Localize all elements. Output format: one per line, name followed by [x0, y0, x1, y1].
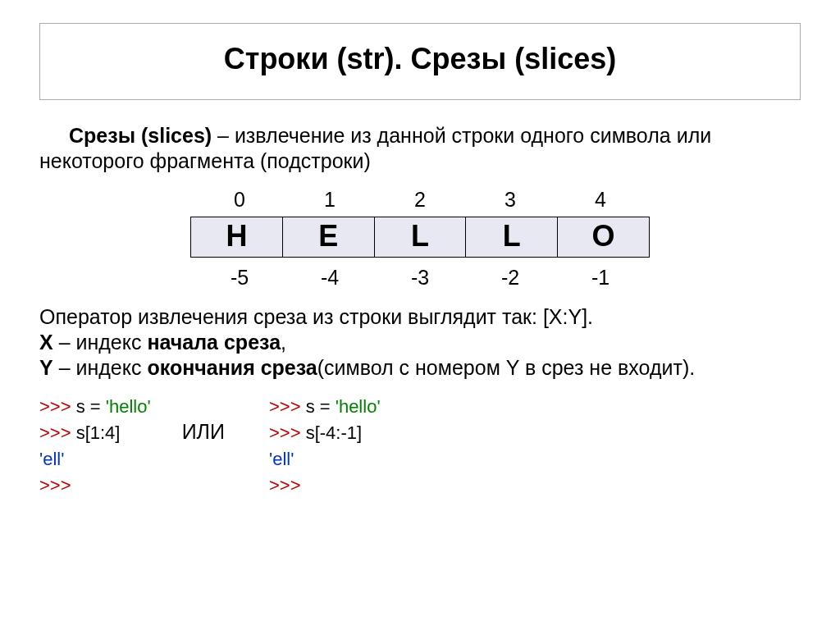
neg-idx: -2 — [469, 266, 551, 290]
explain-l1: Оператор извлечения среза из строки выгл… — [39, 305, 593, 328]
intro-term: Срезы (slices) — [69, 124, 212, 147]
neg-idx: -3 — [379, 266, 461, 290]
char-cell: L — [375, 217, 467, 257]
page-title: Строки (str). Срезы (slices) — [48, 42, 792, 76]
char-cell: O — [558, 217, 649, 257]
prompt: >>> — [39, 422, 76, 443]
positive-index-row: 0 1 2 3 4 — [190, 188, 650, 212]
prompt: >>> — [39, 475, 71, 495]
negative-index-row: -5 -4 -3 -2 -1 — [190, 266, 650, 290]
output: 'ell' — [269, 449, 294, 469]
code-separator: ИЛИ — [151, 420, 269, 444]
prompt: >>> — [269, 422, 306, 443]
intro-paragraph: Срезы (slices) – извлечение из данной ст… — [39, 123, 801, 175]
output: 'ell' — [39, 449, 64, 469]
char-cell: H — [191, 217, 283, 257]
prompt: >>> — [269, 475, 301, 495]
neg-idx: -5 — [199, 266, 281, 290]
prompt: >>> — [269, 396, 306, 417]
explain-y: Y — [39, 356, 53, 379]
pos-idx: 1 — [289, 188, 371, 212]
pos-idx: 0 — [199, 188, 281, 212]
code-left: >>> s = 'hello' >>> s[1:4] 'ell' >>> — [39, 394, 151, 499]
pos-idx: 2 — [379, 188, 461, 212]
char-row: H E L L O — [190, 217, 650, 258]
title-frame: Строки (str). Срезы (slices) — [39, 23, 801, 100]
index-diagram: 0 1 2 3 4 H E L L O -5 -4 -3 -2 -1 — [190, 188, 650, 290]
prompt: >>> — [39, 396, 76, 417]
neg-idx: -1 — [559, 266, 641, 290]
pos-idx: 3 — [469, 188, 551, 212]
char-cell: L — [466, 217, 558, 257]
pos-idx: 4 — [559, 188, 641, 212]
char-cell: E — [283, 217, 375, 257]
explain-paragraph: Оператор извлечения среза из строки выгл… — [39, 304, 801, 381]
explain-x: X — [39, 331, 53, 354]
neg-idx: -4 — [289, 266, 371, 290]
code-right: >>> s = 'hello' >>> s[-4:-1] 'ell' >>> — [269, 394, 381, 499]
code-example: >>> s = 'hello' >>> s[1:4] 'ell' >>> ИЛИ… — [39, 394, 801, 499]
